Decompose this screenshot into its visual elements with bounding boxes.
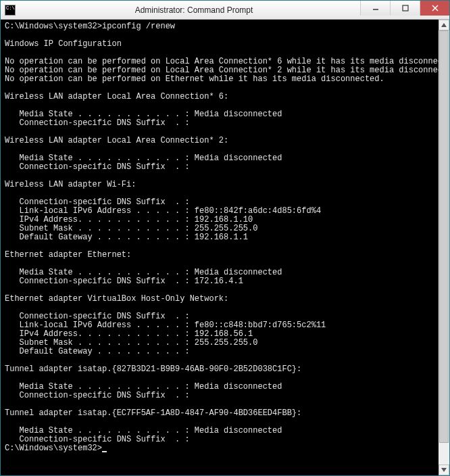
scroll-thumb[interactable]	[439, 30, 449, 443]
content-area: C:\Windows\system32>ipconfig /renew Wind…	[1, 20, 449, 475]
scroll-track[interactable]	[439, 30, 449, 465]
close-button[interactable]	[420, 1, 449, 16]
vertical-scrollbar[interactable]	[439, 20, 449, 475]
svg-marker-5	[441, 468, 447, 472]
window-buttons	[360, 1, 449, 16]
svg-rect-1	[403, 5, 408, 11]
terminal-output[interactable]: C:\Windows\system32>ipconfig /renew Wind…	[1, 20, 439, 475]
minimize-button[interactable]	[360, 1, 390, 16]
cursor	[102, 451, 107, 452]
app-icon	[5, 5, 16, 16]
scroll-down-button[interactable]	[439, 465, 449, 475]
maximize-button[interactable]	[390, 1, 420, 16]
titlebar: Administrator: Command Prompt	[1, 1, 449, 20]
scroll-up-button[interactable]	[439, 20, 449, 30]
command-prompt-window: Administrator: Command Prompt C:\Windows…	[0, 0, 450, 476]
svg-marker-4	[441, 23, 447, 27]
window-title: Administrator: Command Prompt	[20, 5, 368, 15]
